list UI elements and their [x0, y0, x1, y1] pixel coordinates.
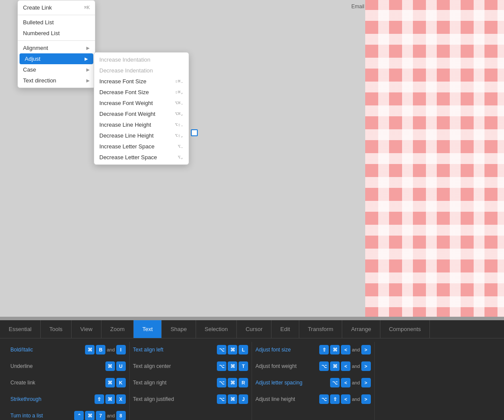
shortcuts-grid: Bold/Italic ⌘ B and I Underline ⌘ U Crea…: [0, 338, 504, 420]
submenu-decrease-font-size[interactable]: Decrease Font Size ⇧⌘,: [94, 87, 189, 98]
arrow-textdir-icon: ▶: [86, 78, 90, 83]
toolbar-tabs: Essential Tools View Zoom Text Shape Sel…: [0, 320, 504, 338]
key-cmd-j: ⌘: [228, 394, 237, 404]
submenu-decrease-font-weight[interactable]: Decrease Font Weight ⌥⌘,: [94, 108, 189, 119]
tab-shape[interactable]: Shape: [162, 320, 196, 338]
submenu-increase-line-height[interactable]: Increase Line Height ⌥⇧.: [94, 119, 189, 130]
key-u: U: [116, 361, 126, 371]
plaid-background: [365, 0, 504, 320]
menu-divider: [18, 15, 95, 15]
tab-components[interactable]: Components: [380, 320, 430, 338]
tab-essential[interactable]: Essential: [0, 320, 41, 338]
tab-tools[interactable]: Tools: [41, 320, 72, 338]
key-opt-center: ⌥: [217, 361, 226, 371]
key-gt-lh: >: [361, 394, 371, 404]
shortcut-strikethrough: Strikethrough ⇧ ⌘ X: [10, 393, 126, 405]
shortcut-col-4: [375, 342, 497, 420]
shortcut-adjust-font-weight: Adjust font weight ⌥ ⌘ < and >: [255, 360, 371, 372]
tab-transform[interactable]: Transform: [299, 320, 343, 338]
arrow-active-icon: ▶: [85, 56, 88, 61]
key-lt-lh: <: [341, 394, 350, 404]
menu-item-alignment[interactable]: Alignment ▶: [18, 43, 95, 53]
key-opt-right: ⌥: [217, 378, 226, 387]
key-7: 7: [96, 411, 105, 420]
menu-item-create-link[interactable]: Create Link ⌘K: [18, 2, 95, 13]
key-r: R: [239, 378, 248, 387]
key-gt-fw: >: [361, 361, 371, 371]
submenu-increase-indentation[interactable]: Increase Indentation: [94, 54, 189, 65]
submenu-adjust: Increase Indentation Decrease Indentatio…: [94, 52, 189, 165]
key-j: J: [239, 394, 248, 404]
key-cmd-u: ⌘: [105, 361, 115, 371]
key-opt-l: ⌥: [217, 345, 226, 354]
shortcut-col-3: Adjust font size ⇧ ⌘ < and > Adjust font…: [252, 342, 375, 420]
key-shift-fs: ⇧: [319, 345, 329, 354]
selection-handle[interactable]: [191, 129, 198, 136]
key-b: B: [96, 345, 105, 354]
key-cmd-right: ⌘: [228, 378, 237, 387]
tab-zoom[interactable]: Zoom: [101, 320, 134, 338]
canvas-area: Email Create Link ⌘K Bulleted List Numbe…: [0, 0, 504, 320]
arrow-case-icon: ▶: [86, 67, 90, 72]
submenu-increase-letter-space[interactable]: Increase Letter Space ⌥.: [94, 141, 189, 152]
tab-cursor[interactable]: Cursor: [237, 320, 272, 338]
submenu-decrease-indentation[interactable]: Decrease Indentation: [94, 65, 189, 76]
email-label: Email: [351, 3, 364, 10]
shortcut-align-left: Text align left ⌥ ⌘ L: [133, 344, 249, 356]
menu-divider-2: [18, 40, 95, 41]
menu-item-bulleted-list[interactable]: Bulleted List: [18, 17, 95, 28]
key-cmd-list: ⌘: [85, 411, 95, 420]
shortcut-create-link: Create link ⌘ K: [10, 377, 126, 389]
shortcut-align-justified: Text align justified ⌥ ⌘ J: [133, 393, 249, 405]
submenu-decrease-letter-space[interactable]: Decrease Letter Space ⌥,: [94, 152, 189, 163]
key-opt-ls: ⌥: [330, 378, 340, 387]
key-lt-fs: <: [341, 345, 350, 354]
submenu-increase-font-size[interactable]: Increase Font Size ⇧⌘.: [94, 76, 189, 87]
menu-item-case[interactable]: Case ▶: [18, 64, 95, 75]
key-cmd-strike: ⌘: [105, 394, 115, 404]
shortcut-turn-into-list: Turn into a list ⌃ ⌘ 7 and 8: [10, 410, 126, 420]
shortcut-bold-italic: Bold/Italic ⌘ B and I: [10, 344, 126, 356]
bottom-toolbar: Essential Tools View Zoom Text Shape Sel…: [0, 320, 504, 420]
scrollbar-thumb[interactable]: [0, 317, 504, 320]
menu-item-numbered-list[interactable]: Numbered List: [18, 28, 95, 39]
key-opt-j: ⌥: [217, 394, 226, 404]
key-opt-fw: ⌥: [319, 361, 329, 371]
arrow-icon: ▶: [86, 46, 90, 50]
key-ctrl-list: ⌃: [74, 411, 84, 420]
shortcut-align-right: Text align right ⌥ ⌘ R: [133, 377, 249, 389]
tab-text[interactable]: Text: [134, 320, 162, 338]
shortcut-col-1: Bold/Italic ⌘ B and I Underline ⌘ U Crea…: [7, 342, 130, 420]
key-gt-ls: >: [361, 378, 371, 387]
shortcut-underline: Underline ⌘ U: [10, 360, 126, 372]
context-menu: Create Link ⌘K Bulleted List Numbered Li…: [17, 0, 95, 88]
menu-item-text-direction[interactable]: Text direction ▶: [18, 75, 95, 86]
key-cmd-center: ⌘: [228, 361, 237, 371]
tab-edit[interactable]: Edit: [272, 320, 299, 338]
submenu-increase-font-weight[interactable]: Increase Font Weight ⌥⌘.: [94, 98, 189, 108]
key-lt-fw: <: [341, 361, 350, 371]
key-cmd-fw: ⌘: [330, 361, 340, 371]
tab-selection[interactable]: Selection: [196, 320, 237, 338]
shortcut-align-center: Text align center ⌥ ⌘ T: [133, 360, 249, 372]
key-x: X: [116, 394, 126, 404]
tab-arrange[interactable]: Arrange: [342, 320, 380, 338]
key-lt-ls: <: [341, 378, 350, 387]
menu-item-adjust[interactable]: Adjust ▶: [20, 53, 93, 64]
key-gt-fs: >: [361, 345, 371, 354]
key-cmd-fs: ⌘: [330, 345, 340, 354]
scrollbar[interactable]: [0, 317, 504, 320]
key-cmd: ⌘: [85, 345, 95, 354]
key-opt-lh: ⌥: [319, 394, 329, 404]
key-l: L: [239, 345, 248, 354]
shortcut-adjust-font-size: Adjust font size ⇧ ⌘ < and >: [255, 344, 371, 356]
key-shift-strike: ⇧: [95, 394, 104, 404]
key-i: I: [116, 345, 126, 354]
submenu-decrease-line-height[interactable]: Decrease Line Height ⌥⇧,: [94, 130, 189, 141]
tab-view[interactable]: View: [72, 320, 101, 338]
key-8: 8: [116, 411, 126, 420]
shortcut-adjust-letter-spacing: Adjust letter spacing ⌥ < and >: [255, 377, 371, 389]
key-t: T: [239, 361, 248, 371]
shortcut-adjust-line-height: Adjust line height ⌥ ⇧ < and >: [255, 393, 371, 405]
shortcut-col-2: Text align left ⌥ ⌘ L Text align center …: [130, 342, 252, 420]
